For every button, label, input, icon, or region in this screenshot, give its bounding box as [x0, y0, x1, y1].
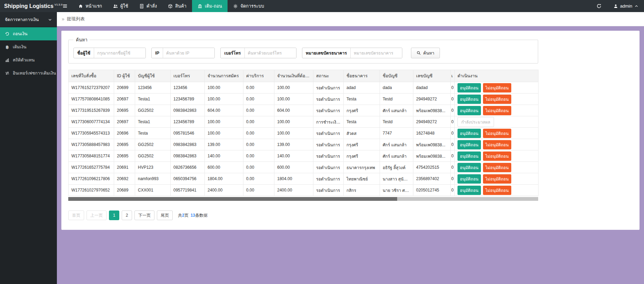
app-logo: Shipping Logistics V1.5.9	[0, 0, 57, 12]
cell-phone: 0650394756	[171, 173, 205, 185]
approve-withdraw-button[interactable]: อนุมัติถอน	[457, 163, 481, 172]
cell-account-number: dadad	[413, 82, 451, 94]
first-page-button[interactable]: 首页	[68, 210, 84, 220]
approve-withdraw-button[interactable]: อนุมัติถอน	[457, 129, 481, 138]
cell-order-no: W177305945574313	[69, 128, 114, 139]
col-bank-name: ชื่อธนาคาร	[344, 70, 380, 82]
approve-withdraw-button[interactable]: อนุมัติถอน	[457, 140, 481, 149]
sidebar-item-deposit[interactable]: ฿ เติมเงิน	[0, 40, 57, 53]
cell-net-amount: 100.00	[274, 94, 313, 105]
processing-button[interactable]: กำลังประมวลผล	[457, 117, 494, 127]
cell-status[interactable]: รอดำเนินการ	[313, 139, 344, 150]
approve-withdraw-button[interactable]: อนุมัติถอน	[457, 186, 481, 195]
col-net-amount: จำนวนเงินที่ต้อง...	[274, 70, 313, 82]
nav-item-deposit-withdraw[interactable]: เติม-ถอน	[192, 0, 228, 12]
reject-withdraw-button[interactable]: ไม่อนุมัติถอน	[483, 163, 511, 172]
cell-account-name: Testd	[380, 94, 413, 105]
reject-withdraw-button[interactable]: ไม่อนุมัติถอน	[483, 174, 511, 184]
cell-account-number: 2356897402	[413, 173, 451, 185]
prev-page-button[interactable]: 上一页	[87, 210, 107, 220]
cell-status[interactable]: รอดำเนินการ	[313, 105, 344, 116]
reject-withdraw-button[interactable]: ไม่อนุมัติถอน	[483, 151, 511, 161]
approve-withdraw-button[interactable]: อนุมัติถอน	[457, 151, 481, 161]
cell-fee: 0.00	[243, 139, 274, 150]
bar-chart-icon	[5, 58, 10, 62]
nav-item-home[interactable]: หน้าแรก	[73, 0, 108, 12]
scrollbar-thumb[interactable]	[68, 197, 397, 201]
cell-net-amount: 140.00	[274, 150, 313, 162]
nav-item-users[interactable]: ผู้ใช้	[108, 0, 134, 12]
cell-status[interactable]: รอดำเนินการ	[313, 82, 344, 94]
sidebar-item-label-deposit: เติมเงิน	[13, 43, 27, 50]
cell-clipped: 0	[451, 128, 455, 139]
reject-withdraw-button[interactable]: ไม่อนุมัติถอน	[483, 129, 511, 138]
nav-label-users: ผู้ใช้	[120, 2, 128, 10]
search-button[interactable]: ค้นหา	[411, 48, 440, 58]
approve-withdraw-button[interactable]: อนุมัติถอน	[457, 83, 481, 92]
cell-account-number: พร้อมเพ09838...	[413, 150, 451, 162]
page-button-1[interactable]: 1	[109, 210, 119, 220]
phone-input[interactable]	[244, 48, 296, 58]
cell-user-account: GG2502	[135, 139, 171, 150]
cell-status[interactable]: รอดำเนินการ	[313, 185, 344, 196]
cell-phone: 0983842863	[171, 105, 205, 116]
last-page-button[interactable]: 尾页	[157, 210, 173, 220]
approve-withdraw-button[interactable]: อนุมัติถอน	[457, 174, 481, 184]
nav-item-system[interactable]: จัดการระบบ	[228, 0, 270, 12]
cell-order-no: W177261096217806	[69, 173, 114, 185]
page-button-2[interactable]: 2	[122, 210, 132, 220]
cell-clipped: 0	[451, 150, 455, 162]
refresh-icon[interactable]	[596, 3, 602, 9]
sidebar-group-finance[interactable]: จัดการทางการเงิน	[0, 12, 57, 27]
user-menu[interactable]: admin	[613, 3, 638, 9]
search-legend: ค้นหา	[73, 36, 90, 43]
sidebar-item-deposit-interface[interactable]: อินเทอร์เฟซการเติมเงิน	[0, 67, 57, 80]
cell-apply-amount: 2400.00	[205, 185, 243, 196]
username-input[interactable]	[94, 48, 145, 58]
chevron-up-icon	[634, 4, 638, 8]
approve-withdraw-button[interactable]: อนุมัติถอน	[457, 106, 481, 115]
cell-status[interactable]: รอดำเนินการ	[313, 150, 344, 162]
cell-user-id: 20697	[114, 116, 135, 128]
sidebar-item-withdraw[interactable]: ถอนเงิน	[0, 27, 57, 40]
cell-user-account: namfon993	[135, 173, 171, 185]
approve-withdraw-button[interactable]: อนุมัติถอน	[457, 95, 481, 104]
cell-status[interactable]: รอดำเนินการ	[313, 94, 344, 105]
nav-item-products[interactable]: สินค้า	[162, 0, 192, 12]
reject-withdraw-button[interactable]: ไม่อนุมัติถอน	[483, 140, 511, 149]
col-account-number: เลขบัญชี	[413, 70, 451, 82]
page-title: 提现列表	[67, 16, 85, 22]
ip-input[interactable]	[163, 48, 214, 58]
cell-status[interactable]: รอดำเนินการ	[313, 128, 344, 139]
reject-withdraw-button[interactable]: ไม่อนุมัติถอน	[483, 186, 511, 195]
cell-actions: อนุมัติถอนไม่อนุมัติถอน	[455, 150, 539, 162]
sidebar-item-agent-stats[interactable]: สถิติตัวแทน	[0, 53, 57, 67]
cell-bank-name: กรุงศรี	[344, 139, 380, 150]
cell-bank-name: กรุงศรี	[344, 105, 380, 116]
cell-user-account: Testa	[135, 128, 171, 139]
reject-withdraw-button[interactable]: ไม่อนุมัติถอน	[483, 106, 511, 115]
summary-pages: 2	[182, 213, 184, 218]
cell-bank-name: กรุงศรี	[344, 150, 380, 162]
cell-account-name: อธิรัฐ ลี้สุวงค์	[380, 162, 413, 173]
next-page-button[interactable]: 下一页	[134, 210, 154, 220]
hamburger-icon	[62, 3, 68, 9]
cell-account-name: ศักร์ แสนกล้า	[380, 139, 413, 150]
cell-status[interactable]: การชำระเงินถูก...	[313, 116, 344, 128]
bank-card-label: หมายเลขบัตรธนาคาร	[302, 50, 350, 57]
col-account-name: ชื่อบัญชี	[380, 70, 413, 82]
bank-card-input[interactable]	[350, 48, 402, 58]
cell-apply-amount: 100.00	[205, 128, 243, 139]
reject-withdraw-button[interactable]: ไม่อนุมัติถอน	[483, 95, 511, 104]
cell-status[interactable]: รอดำเนินการ	[313, 173, 344, 185]
horizontal-scrollbar[interactable]	[68, 197, 538, 201]
nav-item-orders[interactable]: คำสั่ง	[134, 0, 162, 12]
table-row: W17726109621780620692namfon9930650394756…	[69, 173, 539, 185]
cell-bank-name: กสิกร	[344, 185, 380, 196]
col-status: สถานะ	[313, 70, 344, 82]
cell-fee: 0.00	[243, 82, 274, 94]
user-icon	[613, 4, 618, 9]
reject-withdraw-button[interactable]: ไม่อนุมัติถอน	[483, 83, 511, 92]
cell-fee: 0.00	[243, 150, 274, 162]
cell-status[interactable]: รอดำเนินการ	[313, 162, 344, 173]
